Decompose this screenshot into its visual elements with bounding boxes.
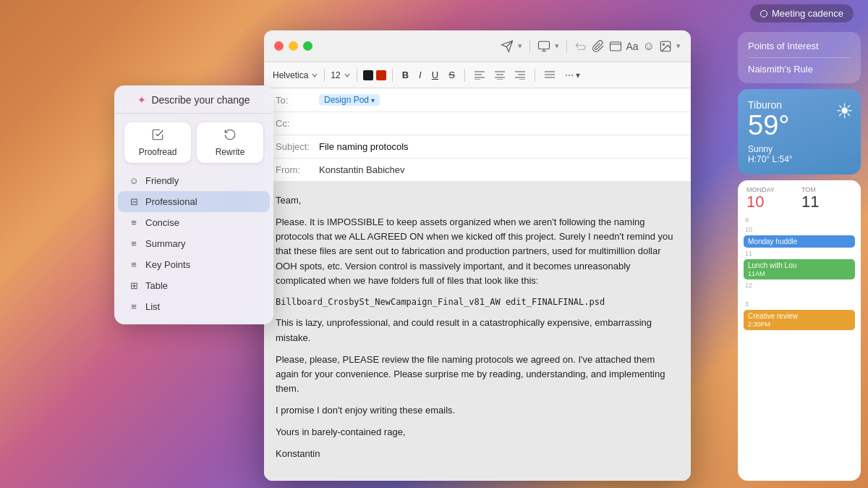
weather-widget: Tiburon 59° ☀ Sunny H:70° L:54° xyxy=(738,89,861,174)
ai-menu-item-list[interactable]: ≡ List xyxy=(118,296,270,317)
strikethrough-button[interactable]: S xyxy=(445,68,459,82)
fullscreen-button[interactable] xyxy=(303,41,312,51)
italic-button[interactable]: I xyxy=(415,68,425,82)
proofread-icon xyxy=(151,128,164,144)
calendar-widget: MONDAY 10 TOM 11 9 10 Monday huddle 11 L… xyxy=(738,180,861,481)
from-value: Konstantin Babichev xyxy=(319,164,679,175)
cal-event-lunch[interactable]: Lunch with Lou11AM xyxy=(744,259,855,279)
toolbar-sep-2 xyxy=(357,69,357,82)
cc-field-row: Cc: xyxy=(264,112,691,135)
weather-hi-lo: H:70° L:54° xyxy=(748,154,851,164)
cal-time-11: 11 xyxy=(744,250,855,257)
concise-label: Concise xyxy=(145,217,179,228)
send-chevron[interactable]: ▾ xyxy=(518,41,522,51)
link-item-2[interactable]: Naismith's Rule xyxy=(748,64,851,75)
cc-label: Cc: xyxy=(276,118,319,129)
subject-value[interactable]: File naming protocols xyxy=(319,141,679,152)
to-value: Design Pod xyxy=(324,95,369,105)
cal-time-10: 10 xyxy=(744,226,855,233)
ai-header: ✦ Describe your change xyxy=(114,85,273,114)
key-points-label: Key Points xyxy=(145,259,190,270)
window-titlebar: ▾ ▾ xyxy=(264,30,691,62)
align-right-button[interactable] xyxy=(511,70,529,81)
ai-menu-item-friendly[interactable]: ☺ Friendly xyxy=(118,170,270,191)
align-left-button[interactable] xyxy=(471,70,488,81)
professional-icon: ⊟ xyxy=(128,196,140,207)
weather-condition: Sunny xyxy=(748,144,851,154)
ai-sparkle-icon: ✦ xyxy=(137,94,146,106)
cal-time-3: 3 xyxy=(744,300,855,308)
from-field-row: From: Konstantin Babichev xyxy=(264,159,691,182)
body-para-2: This is lazy, unprofessional, and could … xyxy=(276,316,679,345)
proofread-button[interactable]: Proofread xyxy=(124,122,191,163)
to-tag[interactable]: Design Pod ▾ xyxy=(319,94,380,106)
list-button[interactable] xyxy=(541,70,558,81)
table-icon: ⊞ xyxy=(128,280,140,291)
undo-icon[interactable] xyxy=(574,40,587,53)
fullscreen-icon[interactable] xyxy=(609,40,622,53)
subject-label: Subject: xyxy=(276,141,319,152)
calendar-events: 9 10 Monday huddle 11 Lunch with Lou11AM… xyxy=(738,214,861,333)
toolbar-sep-4 xyxy=(464,69,465,82)
friendly-icon: ☺ xyxy=(128,175,140,186)
table-label: Table xyxy=(145,280,168,291)
calendar-header: MONDAY 10 TOM 11 xyxy=(738,180,861,214)
subject-field-row: Subject: File naming protocols xyxy=(264,135,691,159)
ai-header-text[interactable]: Describe your change xyxy=(151,94,250,106)
proofread-label: Proofread xyxy=(139,147,177,157)
rewrite-label: Rewrite xyxy=(216,147,245,157)
cal-event-creative-review[interactable]: Creative review2:30PM xyxy=(744,310,855,330)
cal-time-12: 12 xyxy=(744,282,855,289)
minimize-button[interactable] xyxy=(289,41,298,51)
attachment-icon[interactable] xyxy=(592,40,605,53)
calendar-monday-num: 10 xyxy=(746,193,797,211)
bold-button[interactable]: B xyxy=(399,68,412,82)
ai-popup: ✦ Describe your change Proofread Rewrite xyxy=(114,85,273,324)
body-signature: Konstantin xyxy=(276,447,679,461)
more-format-button[interactable]: ⋯ ▾ xyxy=(561,69,584,82)
ai-menu-item-concise[interactable]: ≡ Concise xyxy=(118,212,270,233)
ai-menu-item-table[interactable]: ⊞ Table xyxy=(118,275,270,296)
email-fields: To: Design Pod ▾ Cc: Subject: File namin… xyxy=(264,88,691,182)
summary-icon: ≡ xyxy=(128,238,140,249)
email-body[interactable]: Team, Please. It is IMPOSSIBLE to keep a… xyxy=(264,182,691,481)
close-button[interactable] xyxy=(274,41,284,51)
link-divider xyxy=(748,57,851,58)
font-size-chevron[interactable] xyxy=(344,72,351,79)
emoji-icon[interactable]: ☺ xyxy=(643,40,655,53)
font-size-selector[interactable]: 12 xyxy=(331,70,340,80)
cal-time-9: 9 xyxy=(744,216,855,224)
send-icon[interactable] xyxy=(501,40,514,53)
body-filename: Billboard_CrosbySt_NewCampaign_Final_v81… xyxy=(276,295,679,309)
font-name-chevron[interactable] xyxy=(311,72,318,79)
compose-icon[interactable] xyxy=(537,40,550,53)
font-name-selector[interactable]: Helvetica xyxy=(273,70,308,80)
from-label: From: xyxy=(276,164,319,175)
compose-chevron[interactable]: ▾ xyxy=(555,41,559,51)
calendar-tomorrow-col: TOM 11 xyxy=(801,186,852,211)
toolbar-icons: ▾ ▾ xyxy=(501,40,681,53)
professional-label: Professional xyxy=(145,196,197,207)
email-window: ▾ ▾ xyxy=(264,30,691,481)
photo-chevron[interactable]: ▾ xyxy=(676,41,681,51)
text-color-red-swatch[interactable] xyxy=(376,70,386,80)
font-icon[interactable]: Aa xyxy=(626,41,639,52)
toolbar-sep-5 xyxy=(535,69,535,82)
cal-event-monday-huddle[interactable]: Monday huddle xyxy=(744,235,855,248)
rewrite-icon xyxy=(224,128,237,144)
toolbar-sep-1 xyxy=(324,69,325,82)
link-item-1[interactable]: Points of Interest xyxy=(748,41,851,51)
photo-icon[interactable] xyxy=(659,40,672,53)
ai-menu-item-professional[interactable]: ⊟ Professional xyxy=(118,191,270,212)
svg-rect-0 xyxy=(538,41,549,49)
list-icon: ≡ xyxy=(128,301,140,312)
ai-actions: Proofread Rewrite xyxy=(114,114,273,170)
ai-menu-item-key-points[interactable]: ≡ Key Points xyxy=(118,254,270,275)
underline-button[interactable]: U xyxy=(428,68,442,82)
to-field-row: To: Design Pod ▾ xyxy=(264,88,691,112)
align-center-button[interactable] xyxy=(491,70,509,81)
body-para-4: I promise I don't enjoy writing these em… xyxy=(276,403,679,418)
text-color-swatch[interactable] xyxy=(363,70,373,80)
ai-menu-item-summary[interactable]: ≡ Summary xyxy=(118,233,270,254)
rewrite-button[interactable]: Rewrite xyxy=(197,122,263,163)
